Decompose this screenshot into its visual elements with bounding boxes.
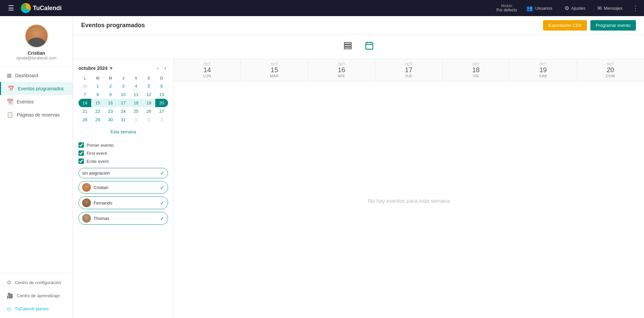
- view-toggle: [73, 35, 644, 59]
- cal-day[interactable]: 23: [104, 107, 117, 116]
- usuarios-nav[interactable]: 👥 Usuarios: [524, 4, 555, 13]
- sidebar-item-plans[interactable]: ◎ TuCalendi planes: [0, 302, 73, 315]
- cal-day[interactable]: 11: [130, 90, 143, 99]
- cal-day[interactable]: 1: [91, 82, 104, 90]
- week-day-col-mon: OCT 14 LUN: [174, 59, 241, 81]
- plans-icon: ◎: [7, 306, 11, 312]
- this-week-button[interactable]: Esta semana: [78, 127, 168, 137]
- sidebar-item-config[interactable]: ⚙ Centro de configuración: [0, 276, 73, 289]
- person-filter-cristian[interactable]: Cristian ✓: [78, 181, 168, 194]
- sidebar-item-dashboard[interactable]: ▦ Dashboard: [0, 69, 73, 82]
- cal-day[interactable]: 22: [91, 107, 104, 116]
- user-profile: Cristian ayuda@tucalendi.com: [0, 16, 73, 66]
- cal-day[interactable]: 31: [117, 116, 129, 124]
- list-view-icon[interactable]: [340, 40, 355, 54]
- calendar-view-icon[interactable]: [362, 40, 377, 54]
- top-navigation: ☰ TuCalendi Módulo Por defecto 👥 Usuario…: [0, 0, 644, 16]
- cal-day[interactable]: 2: [143, 116, 155, 124]
- cal-day[interactable]: 30: [104, 116, 117, 124]
- cal-day[interactable]: 8: [91, 90, 104, 99]
- cristian-avatar: [82, 183, 91, 192]
- cal-day[interactable]: 25: [130, 107, 143, 116]
- main-content: Eventos programados Exportación CSV Prog…: [73, 16, 644, 318]
- cal-day[interactable]: 30: [78, 82, 91, 90]
- calendar-area: octubre 2024 ▼ ‹ › L M M J V: [73, 59, 644, 318]
- cal-day[interactable]: 5: [143, 82, 155, 90]
- filter-first-event: First event: [78, 150, 168, 156]
- person-filter-fernando[interactable]: Fernando ✓: [78, 196, 168, 209]
- sidebar-item-eventos[interactable]: 📆 Eventos: [0, 95, 73, 108]
- week-body-empty: No hay eventos para esta semana: [174, 82, 644, 318]
- filter-checkbox-first-event[interactable]: [78, 150, 84, 156]
- filter-checkbox-erste-event[interactable]: [78, 158, 84, 164]
- schedule-event-button[interactable]: Programar evento: [590, 20, 636, 31]
- cal-day[interactable]: 28: [78, 116, 91, 124]
- ajustes-nav[interactable]: ⚙ Ajustes: [562, 4, 588, 13]
- cal-day[interactable]: 2: [104, 82, 117, 90]
- usuarios-icon: 👥: [526, 5, 533, 11]
- sidebar-item-label: Dashboard: [15, 73, 38, 78]
- calendar-check-icon: 📅: [8, 85, 14, 92]
- filter-checkbox-primer-evento[interactable]: [78, 142, 84, 148]
- cal-day[interactable]: 3: [155, 116, 168, 124]
- profile-name: Cristian: [28, 50, 45, 56]
- fernando-avatar: [82, 198, 91, 207]
- cal-day[interactable]: 24: [117, 107, 129, 116]
- cal-day[interactable]: 26: [143, 107, 155, 116]
- left-panel: octubre 2024 ▼ ‹ › L M M J V: [73, 59, 174, 318]
- cal-day[interactable]: 4: [130, 82, 143, 90]
- config-icon: ⚙: [7, 279, 11, 286]
- person-filter-thomas[interactable]: Thomas ✓: [78, 212, 168, 225]
- cal-day[interactable]: 6: [155, 82, 168, 90]
- profile-email: ayuda@tucalendi.com: [16, 56, 56, 60]
- cal-day[interactable]: 3: [117, 82, 129, 90]
- dropdown-arrow-icon[interactable]: ▼: [109, 65, 113, 71]
- export-csv-button[interactable]: Exportación CSV: [543, 20, 587, 31]
- sidebar-navigation: ▦ Dashboard 📅 Eventos programados 📆 Even…: [0, 66, 73, 273]
- sidebar-item-label: Páginas de reservas: [17, 112, 60, 118]
- mail-icon: ✉: [597, 5, 602, 11]
- thomas-label: Thomas: [94, 216, 109, 221]
- module-selector[interactable]: Módulo Por defecto: [496, 4, 517, 12]
- mensajes-nav[interactable]: ✉ Mensajes: [595, 4, 625, 13]
- cal-day[interactable]: 7: [78, 90, 91, 99]
- cal-day[interactable]: 1: [130, 116, 143, 124]
- sidebar-item-learning[interactable]: 🎥 Centro de aprendizaje: [0, 289, 73, 302]
- cal-day[interactable]: 27: [155, 107, 168, 116]
- hamburger-menu[interactable]: ☰: [5, 3, 17, 13]
- main-header: Eventos programados Exportación CSV Prog…: [73, 16, 644, 35]
- next-month-button[interactable]: ›: [162, 64, 168, 72]
- cal-day[interactable]: 10: [117, 90, 129, 99]
- week-day-col-thu: OCT 17 JUE: [375, 59, 442, 81]
- sidebar: Cristian ayuda@tucalendi.com ▦ Dashboard…: [0, 16, 73, 318]
- person-filter-left: Cristian: [82, 183, 108, 192]
- cal-day[interactable]: 29: [91, 116, 104, 124]
- cal-day-selected[interactable]: 19: [143, 99, 155, 107]
- cal-day-selected-start[interactable]: 14: [78, 99, 91, 107]
- calendar-icon: 📆: [7, 98, 13, 105]
- main-layout: Cristian ayuda@tucalendi.com ▦ Dashboard…: [0, 16, 644, 318]
- cristian-label: Cristian: [94, 185, 108, 190]
- app-name: TuCalendi: [33, 5, 62, 12]
- thomas-avatar: [82, 214, 91, 223]
- filter-label: Erste event: [87, 159, 109, 164]
- cal-day-selected[interactable]: 16: [104, 99, 117, 107]
- cal-day[interactable]: 13: [155, 90, 168, 99]
- person-filter-sin-asignacion[interactable]: sin asignación ✓: [78, 168, 168, 178]
- cal-day-selected[interactable]: 17: [117, 99, 129, 107]
- cal-day[interactable]: 21: [78, 107, 91, 116]
- sidebar-item-paginas-reservas[interactable]: 📋 Páginas de reservas: [0, 108, 73, 121]
- week-header: OCT 14 LUN OCT 15 MAR OCT 16 MIÉ: [174, 59, 644, 82]
- cal-day[interactable]: 9: [104, 90, 117, 99]
- filter-label: Primer evento: [87, 143, 114, 148]
- cal-day-selected-end[interactable]: 20: [155, 99, 168, 107]
- person-filter-left: Fernando: [82, 198, 112, 207]
- cal-day-selected[interactable]: 15: [91, 99, 104, 107]
- cal-nav-buttons: ‹ ›: [155, 64, 168, 72]
- svg-rect-3: [366, 43, 373, 49]
- more-options-icon[interactable]: ⋮: [632, 4, 639, 12]
- cal-day-selected[interactable]: 18: [130, 99, 143, 107]
- cal-day[interactable]: 12: [143, 90, 155, 99]
- sidebar-item-eventos-programados[interactable]: 📅 Eventos programados: [0, 82, 73, 95]
- prev-month-button[interactable]: ‹: [155, 64, 161, 72]
